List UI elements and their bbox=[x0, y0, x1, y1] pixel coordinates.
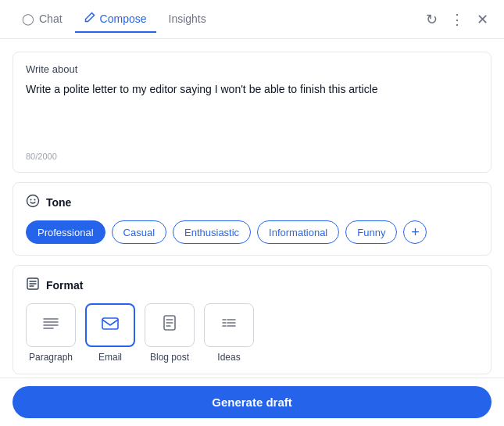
tone-title: Tone bbox=[46, 196, 71, 209]
format-icon-box-ideas bbox=[204, 303, 254, 347]
tone-btn-casual[interactable]: Casual bbox=[112, 220, 166, 244]
tone-icon bbox=[26, 194, 40, 211]
format-svg-blog bbox=[159, 313, 181, 338]
tone-section-header: Tone bbox=[26, 194, 478, 211]
format-section: Format ParagraphEmailBlog postIdeas bbox=[13, 265, 491, 374]
svg-point-1 bbox=[30, 199, 32, 201]
tone-btn-funny[interactable]: Funny bbox=[345, 220, 397, 244]
svg-point-0 bbox=[27, 195, 39, 207]
format-svg-paragraph bbox=[40, 313, 62, 338]
format-item-paragraph[interactable]: Paragraph bbox=[26, 303, 76, 363]
format-svg-email bbox=[99, 313, 121, 338]
format-title: Format bbox=[46, 279, 83, 292]
more-button[interactable]: ⋮ bbox=[447, 8, 467, 31]
tone-btn-informational[interactable]: Informational bbox=[257, 220, 339, 244]
format-item-blog[interactable]: Blog post bbox=[145, 303, 195, 363]
main-content: Write about 80/2000 Tone ProfessionalCas… bbox=[0, 39, 504, 378]
format-label-blog: Blog post bbox=[150, 352, 189, 363]
format-icon bbox=[26, 277, 40, 294]
svg-rect-4 bbox=[102, 318, 118, 329]
tab-insights[interactable]: Insights bbox=[159, 6, 216, 33]
format-label-email: Email bbox=[98, 352, 122, 363]
tone-btn-professional[interactable]: Professional bbox=[26, 220, 105, 244]
format-icon-box-paragraph bbox=[26, 303, 76, 347]
format-options: ParagraphEmailBlog postIdeas bbox=[26, 303, 478, 363]
format-svg-ideas bbox=[218, 313, 240, 338]
write-about-section: Write about 80/2000 bbox=[13, 52, 491, 173]
char-count: 80/2000 bbox=[26, 152, 478, 161]
write-about-label: Write about bbox=[26, 63, 478, 75]
tone-section: Tone ProfessionalCasualEnthusiasticInfor… bbox=[13, 182, 491, 256]
header-actions: ↻ ⋮ ✕ bbox=[423, 8, 491, 31]
format-section-header: Format bbox=[26, 277, 478, 294]
more-icon: ⋮ bbox=[450, 11, 464, 28]
generate-draft-button[interactable]: Generate draft bbox=[13, 386, 491, 418]
tone-buttons: ProfessionalCasualEnthusiasticInformatio… bbox=[26, 220, 478, 244]
write-about-input[interactable] bbox=[26, 81, 478, 144]
compose-icon bbox=[84, 12, 95, 25]
format-label-paragraph: Paragraph bbox=[29, 352, 73, 363]
refresh-button[interactable]: ↻ bbox=[423, 8, 441, 31]
format-icon-box-blog bbox=[145, 303, 195, 347]
app-header: ◯ Chat Compose Insights ↻ ⋮ ✕ bbox=[0, 0, 504, 39]
nav-tabs: ◯ Chat Compose Insights bbox=[13, 5, 423, 33]
tab-chat[interactable]: ◯ Chat bbox=[13, 6, 72, 33]
format-label-ideas: Ideas bbox=[217, 352, 240, 363]
svg-point-2 bbox=[34, 199, 36, 201]
footer: Generate draft bbox=[0, 378, 504, 426]
format-icon-box-email bbox=[85, 303, 135, 347]
format-item-email[interactable]: Email bbox=[85, 303, 135, 363]
format-item-ideas[interactable]: Ideas bbox=[204, 303, 254, 363]
close-button[interactable]: ✕ bbox=[474, 8, 491, 31]
tone-add-button[interactable]: + bbox=[403, 220, 427, 244]
tone-btn-enthusiastic[interactable]: Enthusiastic bbox=[173, 220, 251, 244]
refresh-icon: ↻ bbox=[426, 11, 438, 28]
tab-compose[interactable]: Compose bbox=[75, 5, 156, 33]
close-icon: ✕ bbox=[477, 11, 488, 28]
chat-icon: ◯ bbox=[22, 13, 34, 25]
